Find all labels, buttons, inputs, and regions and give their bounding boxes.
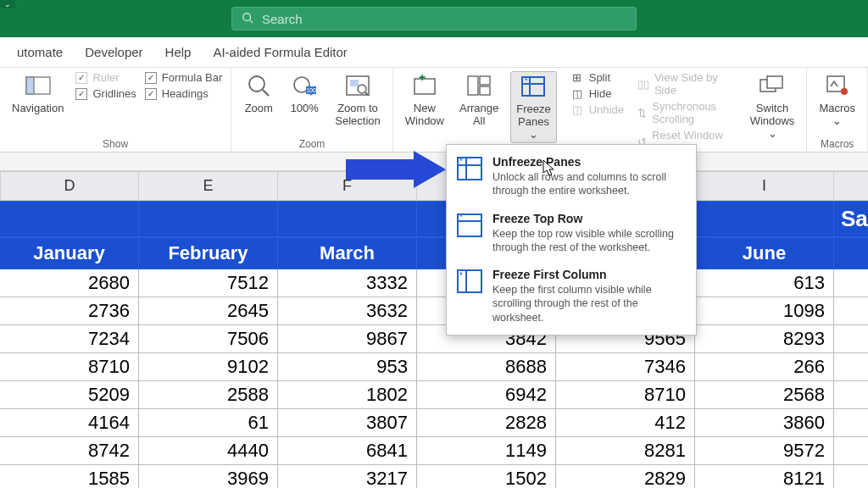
data-cell[interactable]: 3632 <box>278 297 417 325</box>
data-cell[interactable]: 8281 <box>556 437 695 465</box>
gridlines-checkbox[interactable]: Gridlines <box>75 87 136 100</box>
search-box[interactable]: Search <box>231 7 637 30</box>
data-cell[interactable]: 6942 <box>417 381 556 409</box>
show-group-label: Show <box>8 136 222 150</box>
svg-rect-24 <box>767 76 782 88</box>
data-cell[interactable]: 9867 <box>278 325 417 353</box>
data-cell[interactable]: 2829 <box>556 465 695 488</box>
data-cell[interactable]: 3807 <box>278 409 417 437</box>
view-side-by-side-button: ▯▯View Side by Side <box>637 71 730 97</box>
month-header[interactable]: February <box>139 237 278 269</box>
band-cell[interactable] <box>278 201 417 237</box>
month-header[interactable] <box>834 237 868 269</box>
switch-windows-icon <box>757 73 787 98</box>
data-cell[interactable]: 2680 <box>0 269 139 297</box>
data-cell[interactable]: 8121 <box>695 465 834 488</box>
freeze-panes-button[interactable]: * Freeze Panes ⌄ <box>510 71 556 143</box>
data-cell[interactable]: 1802 <box>278 381 417 409</box>
data-cell[interactable]: 613 <box>695 269 834 297</box>
data-cell[interactable]: 7506 <box>139 325 278 353</box>
data-cell[interactable] <box>834 381 868 409</box>
data-cell[interactable] <box>834 297 868 325</box>
freeze-top-row-icon: * <box>457 214 482 239</box>
data-cell[interactable]: 3860 <box>695 409 834 437</box>
menu-developer[interactable]: Developer <box>75 40 153 64</box>
month-header[interactable]: March <box>278 237 417 269</box>
menu-ai-formula-editor[interactable]: AI-aided Formula Editor <box>203 40 357 64</box>
data-cell[interactable]: 2645 <box>139 297 278 325</box>
quick-access-chevron-icon[interactable]: ⌄ <box>0 0 15 8</box>
column-header[interactable] <box>834 171 868 201</box>
data-cell[interactable]: 953 <box>278 353 417 381</box>
zoom-100-button[interactable]: 100 100% <box>286 71 323 116</box>
data-cell[interactable]: 1149 <box>417 437 556 465</box>
data-cell[interactable]: 2588 <box>139 381 278 409</box>
hide-button[interactable]: ◫Hide <box>570 87 624 100</box>
column-header[interactable]: D <box>0 171 139 201</box>
svg-marker-37 <box>346 151 446 188</box>
data-cell[interactable]: 5209 <box>0 381 139 409</box>
freeze-top-row-item[interactable]: * Freeze Top RowKeep the top row visible… <box>447 205 696 262</box>
column-header[interactable]: I <box>695 171 834 201</box>
data-cell[interactable]: 9572 <box>695 437 834 465</box>
data-cell[interactable]: 1502 <box>417 465 556 488</box>
zoom-to-selection-button[interactable]: Zoom to Selection <box>331 71 383 129</box>
data-cell[interactable] <box>834 465 868 488</box>
data-cell[interactable]: 2568 <box>695 381 834 409</box>
data-cell[interactable]: 61 <box>139 409 278 437</box>
data-cell[interactable]: 7346 <box>556 353 695 381</box>
freeze-first-column-item[interactable]: * Freeze First ColumnKeep the first colu… <box>447 261 696 331</box>
band-cell[interactable] <box>139 201 278 237</box>
data-cell[interactable]: 7512 <box>139 269 278 297</box>
zoom-button[interactable]: Zoom <box>240 71 277 116</box>
data-cell[interactable] <box>834 353 868 381</box>
month-header[interactable]: June <box>695 237 834 269</box>
data-cell[interactable]: 8293 <box>695 325 834 353</box>
band-cell[interactable] <box>0 201 139 237</box>
navigation-button[interactable]: Navigation <box>8 71 67 116</box>
ribbon-group-window: + New Window Arrange All * Freeze Panes … <box>393 68 808 152</box>
data-cell[interactable]: 3217 <box>278 465 417 488</box>
data-cell[interactable]: 2828 <box>417 409 556 437</box>
freeze-panes-dropdown: * Unfreeze PanesUnlock all rows and colu… <box>446 144 697 336</box>
data-cell[interactable]: 4164 <box>0 409 139 437</box>
data-cell[interactable]: 9102 <box>139 353 278 381</box>
data-cell[interactable]: 1098 <box>695 297 834 325</box>
spreadsheet-grid[interactable]: DEFGHISalesJanuaryFebruaryMarchJune26807… <box>0 171 868 488</box>
band-cell[interactable]: Sales <box>834 201 868 237</box>
freeze-top-title: Freeze Top Row <box>492 212 686 225</box>
data-cell[interactable]: 2736 <box>0 297 139 325</box>
band-cell[interactable] <box>695 201 834 237</box>
data-cell[interactable]: 412 <box>556 409 695 437</box>
ribbon-group-macros: Macros⌄ Macros <box>807 68 868 152</box>
formula-bar-checkbox[interactable]: Formula Bar <box>145 71 223 84</box>
switch-windows-button[interactable]: Switch Windows ⌄ <box>747 71 798 141</box>
data-cell[interactable]: 4440 <box>139 437 278 465</box>
macros-button[interactable]: Macros⌄ <box>815 71 859 129</box>
data-cell[interactable] <box>834 325 868 353</box>
data-cell[interactable]: 3332 <box>278 269 417 297</box>
data-cell[interactable] <box>834 269 868 297</box>
data-cell[interactable] <box>834 409 868 437</box>
split-button[interactable]: ⊞Split <box>570 71 624 84</box>
freeze-panes-icon: * <box>518 74 548 99</box>
data-cell[interactable]: 8710 <box>0 353 139 381</box>
month-header[interactable]: January <box>0 237 139 269</box>
unfreeze-panes-item[interactable]: * Unfreeze PanesUnlock all rows and colu… <box>447 148 696 205</box>
data-cell[interactable]: 8688 <box>417 353 556 381</box>
data-cell[interactable]: 8742 <box>0 437 139 465</box>
data-cell[interactable]: 266 <box>695 353 834 381</box>
data-cell[interactable] <box>834 437 868 465</box>
macros-group-label: Macros <box>815 136 859 150</box>
headings-checkbox[interactable]: Headings <box>145 87 223 100</box>
menu-automate[interactable]: utomate <box>7 40 73 64</box>
column-header[interactable]: E <box>139 171 278 201</box>
data-cell[interactable]: 7234 <box>0 325 139 353</box>
data-cell[interactable]: 6841 <box>278 437 417 465</box>
new-window-button[interactable]: + New Window <box>402 71 448 129</box>
arrange-all-button[interactable]: Arrange All <box>456 71 502 129</box>
data-cell[interactable]: 1585 <box>0 465 139 488</box>
data-cell[interactable]: 3969 <box>139 465 278 488</box>
menu-help[interactable]: Help <box>155 40 202 64</box>
data-cell[interactable]: 8710 <box>556 381 695 409</box>
